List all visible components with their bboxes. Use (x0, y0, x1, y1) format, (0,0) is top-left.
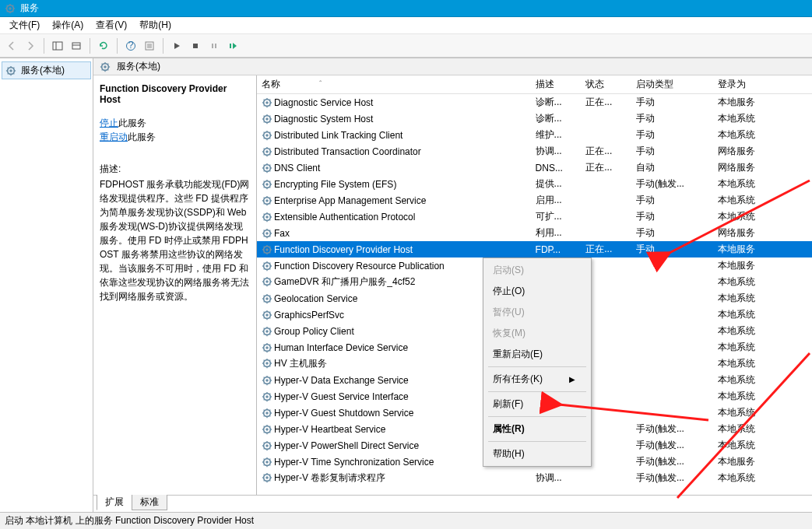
service-desc: 诊断... (531, 110, 582, 127)
context-menu-item[interactable]: 刷新(F) (485, 394, 589, 415)
menu-help[interactable]: 帮助(H) (133, 17, 178, 33)
tree-pane: 服务(本地) (0, 58, 93, 512)
statusbar: 启动 本地计算机 上的服务 Function Discovery Provide… (0, 512, 812, 529)
restart-service-link[interactable]: 重启动 (100, 131, 128, 142)
service-name: Distributed Transaction Coordinator (274, 146, 421, 157)
gear-icon (262, 457, 272, 468)
service-logon: 本地系统 (713, 372, 812, 388)
gear-icon (262, 375, 272, 386)
service-logon: 本地系统 (713, 208, 812, 225)
service-state (581, 470, 631, 486)
service-logon: 本地系统 (713, 356, 812, 372)
service-desc: 维护... (531, 127, 582, 143)
service-startup: 自动 (631, 159, 713, 176)
col-state[interactable]: 状态 (581, 75, 631, 94)
service-row[interactable]: Hyper-V 卷影复制请求程序协调...手动(触发...本地系统 (257, 470, 812, 486)
service-startup (631, 290, 713, 307)
service-name: DNS Client (274, 163, 320, 173)
detail-desc-label: 描述: (100, 163, 250, 176)
service-logon: 网络服务 (713, 225, 812, 241)
service-desc: 启用... (531, 192, 582, 208)
service-startup: 手动(触发... (631, 470, 713, 486)
gear-icon (262, 261, 272, 272)
menu-file[interactable]: 文件(F) (3, 17, 46, 33)
context-menu-item: 暂停(U) (485, 302, 589, 323)
properties-button[interactable] (141, 37, 158, 54)
context-menu-item: 恢复(M) (485, 323, 589, 344)
gear-icon (262, 97, 272, 108)
service-context-menu: 启动(S)停止(O)暂停(U)恢复(M)重新启动(E)所有任务(K)▶刷新(F)… (483, 257, 592, 467)
service-row[interactable]: Distributed Transaction Coordinator协调...… (257, 143, 812, 159)
service-startup: 手动(触发... (631, 421, 713, 437)
service-logon: 网络服务 (713, 143, 812, 159)
gear-icon (262, 293, 272, 304)
service-name: Geolocation Service (274, 293, 357, 304)
context-menu-item[interactable]: 帮助(H) (485, 443, 589, 464)
start-service-button[interactable] (168, 37, 185, 54)
service-row[interactable]: DNS ClientDNS...正在...自动网络服务 (257, 159, 812, 176)
tab-extended[interactable]: 扩展 (97, 495, 132, 510)
service-startup: 手动 (631, 208, 713, 225)
service-row[interactable]: Fax利用...手动网络服务 (257, 225, 812, 241)
service-row[interactable]: Extensible Authentication Protocol可扩...手… (257, 208, 812, 225)
forward-button (22, 37, 39, 54)
workspace: 服务(本地) 服务(本地) Function Discovery Provide… (0, 58, 812, 512)
context-menu-item[interactable]: 停止(O) (485, 281, 589, 302)
col-desc[interactable]: 描述 (531, 75, 582, 94)
service-logon: 本地系统 (713, 405, 812, 421)
service-desc: 协调... (531, 143, 582, 159)
gear-icon (262, 440, 272, 451)
service-desc: 协调... (531, 470, 582, 486)
stop-service-link[interactable]: 停止 (100, 117, 118, 128)
gear-icon (262, 163, 272, 173)
service-row[interactable]: Diagnostic System Host诊断...手动本地系统 (257, 110, 812, 127)
service-row[interactable]: Diagnostic Service Host诊断...正在...手动本地服务 (257, 94, 812, 111)
show-hide-button[interactable] (49, 37, 66, 54)
view-tabs: 扩展 标准 (93, 495, 812, 512)
refresh-button[interactable] (95, 37, 112, 54)
service-state: 正在... (581, 143, 631, 159)
gear-icon (262, 358, 272, 369)
context-menu-item[interactable]: 属性(R) (485, 419, 589, 440)
stop-service-button[interactable] (187, 37, 204, 54)
context-menu-item[interactable]: 重新启动(E) (485, 344, 589, 365)
service-logon: 本地服务 (713, 241, 812, 257)
service-logon: 本地系统 (713, 388, 812, 405)
menu-action[interactable]: 操作(A) (46, 17, 90, 33)
service-state: 正在... (581, 94, 631, 111)
service-startup (631, 257, 713, 274)
col-name[interactable]: 名称ˆ (257, 75, 531, 94)
service-name: Human Interface Device Service (274, 342, 408, 353)
menu-view[interactable]: 查看(V) (90, 17, 133, 33)
pause-service-button (206, 37, 223, 54)
service-row[interactable]: Function Discovery Provider HostFDP...正在… (257, 241, 812, 257)
detail-desc-text: FDPHOST 服务承载功能发现(FD)网络发现提供程序。这些 FD 提供程序为… (100, 177, 250, 303)
service-row[interactable]: Distributed Link Tracking Client维护...手动本… (257, 127, 812, 143)
export-list-button[interactable] (68, 37, 85, 54)
tree-root-item[interactable]: 服务(本地) (2, 61, 91, 79)
gear-icon (262, 228, 272, 239)
service-name: Function Discovery Resource Publication (274, 261, 445, 272)
service-row[interactable]: Enterprise App Management Service启用...手动… (257, 192, 812, 208)
detail-column: Function Discovery Provider Host 停止此服务 重… (93, 75, 257, 495)
service-name: Diagnostic Service Host (274, 97, 373, 108)
service-name: Function Discovery Provider Host (274, 244, 413, 255)
svg-rect-12 (72, 43, 80, 49)
context-menu-item[interactable]: 所有任务(K)▶ (485, 369, 589, 390)
service-name: Hyper-V Data Exchange Service (274, 375, 409, 386)
gear-icon (262, 212, 272, 222)
service-startup: 手动 (631, 225, 713, 241)
menu-separator (488, 441, 586, 442)
tab-standard[interactable]: 标准 (132, 495, 167, 510)
app-icon (5, 3, 16, 14)
service-logon: 本地系统 (713, 274, 812, 290)
service-state (581, 192, 631, 208)
restart-service-button[interactable] (224, 37, 241, 54)
col-startup[interactable]: 启动类型 (631, 75, 713, 94)
help-button[interactable]: ? (122, 37, 139, 54)
tree-root-label: 服务(本地) (21, 64, 65, 77)
col-logon[interactable]: 登录为 (713, 75, 812, 94)
service-row[interactable]: Encrypting File System (EFS)提供...手动(触发..… (257, 176, 812, 192)
service-startup: 手动 (631, 241, 713, 257)
service-logon: 本地系统 (713, 192, 812, 208)
